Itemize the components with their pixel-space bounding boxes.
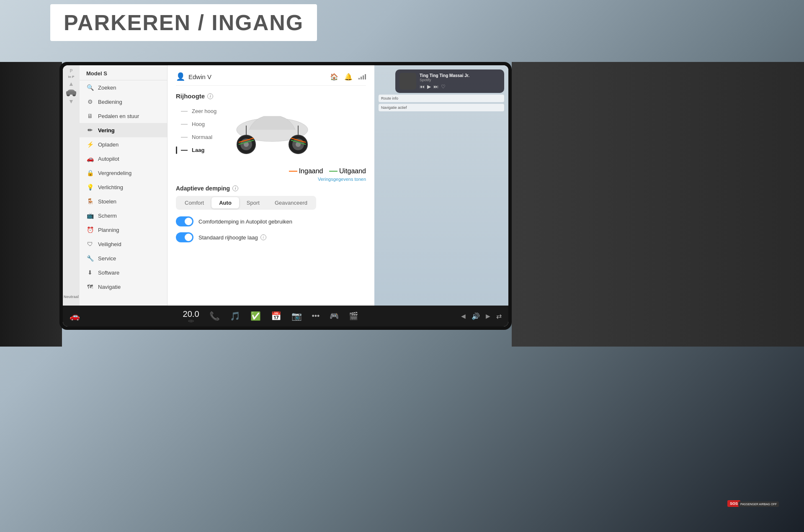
- sidebar-item-service[interactable]: 🔧 Service: [80, 251, 167, 265]
- calendar-icon-btn[interactable]: 📅: [271, 311, 281, 321]
- veiligheid-icon: 🛡: [86, 241, 94, 247]
- legend-out: Uitgaand: [329, 167, 366, 175]
- more-icon-btn[interactable]: •••: [312, 312, 320, 321]
- height-option-normaal[interactable]: Normaal: [176, 131, 226, 144]
- default-low-info-icon[interactable]: i: [260, 234, 266, 240]
- signal-bars: [358, 74, 366, 80]
- games-icon-btn[interactable]: 🎮: [330, 311, 339, 321]
- sidebar-item-bediening[interactable]: ⚙ Bediening: [80, 95, 167, 109]
- sidebar-item-zoeken[interactable]: 🔍 Zoeken: [80, 80, 167, 95]
- scherm-icon: 📺: [86, 212, 94, 219]
- sidebar-item-autopilot[interactable]: 🚗 Autopilot: [80, 152, 167, 166]
- height-dash-hoog: [181, 124, 188, 125]
- taskbar-car-btn[interactable]: 🚗: [70, 311, 80, 321]
- toggle-autopilot-comfort-switch[interactable]: [176, 216, 193, 226]
- music-like-btn[interactable]: ♡: [441, 84, 446, 90]
- signal-bar-3: [363, 75, 364, 80]
- gear-neutral: Neutraal: [64, 295, 79, 299]
- height-option-laag[interactable]: Laag: [176, 144, 226, 157]
- sidebar-label-veiligheid: Veiligheid: [98, 241, 121, 247]
- legend-out-label: Uitgaand: [339, 167, 366, 175]
- screen-content: P In P ▲ ▼ Neutraal Model S 🔍 Zoeken: [63, 65, 508, 326]
- vergrendeling-icon: 🔒: [86, 170, 94, 176]
- toggle-autopilot-comfort-label: Comfortdemping in Autopilot gebruiken: [198, 218, 292, 225]
- music-prev-btn[interactable]: ⏮: [420, 84, 425, 90]
- map-entry-1: Route info: [379, 95, 504, 102]
- height-option-hoog[interactable]: Hoog: [176, 118, 226, 131]
- sidebar-item-vering[interactable]: ✏ Vering: [80, 123, 167, 137]
- sidebar-item-opladen[interactable]: ⚡ Opladen: [80, 137, 167, 152]
- car-icon-side: [65, 89, 77, 96]
- height-label-zeer-hoog: Zeer hoog: [192, 108, 216, 114]
- sidebar-item-vergrendeling[interactable]: 🔒 Vergrendeling: [80, 166, 167, 180]
- vering-icon: ✏: [86, 127, 94, 134]
- user-header: 👤 Edwin V 🏠 🔔: [176, 72, 366, 86]
- sidebar-item-verlichting[interactable]: 💡 Verlichting: [80, 180, 167, 194]
- music-controls: ⏮ ▶ ⏭ ♡: [420, 84, 500, 90]
- sidebar-model-title: Model S: [80, 65, 167, 80]
- interior-left: [0, 62, 62, 347]
- toggle-default-low-label: Standaard rijhoogte laag i: [198, 234, 266, 241]
- show-data-link[interactable]: Veringsgegevens tonen: [176, 177, 366, 182]
- temp-unit: ◁ ▷: [188, 319, 194, 323]
- suspension-legend: Ingaand Uitgaand: [176, 166, 366, 175]
- sidebar-label-software: Software: [98, 270, 119, 276]
- bediening-icon: ⚙: [86, 98, 94, 105]
- adaptive-section: Adaptieve demping i Comfort Auto Sport G…: [176, 185, 366, 242]
- temperature-display: 20.0 ◁ ▷: [183, 309, 199, 323]
- parking-sign-text: PARKEREN / INGANG: [64, 10, 304, 35]
- sidebar-item-scherm[interactable]: 📺 Scherm: [80, 208, 167, 223]
- height-option-zeer-hoog[interactable]: Zeer hoog: [176, 105, 226, 118]
- music-next-btn[interactable]: ⏭: [433, 84, 438, 90]
- forward-icon-btn[interactable]: ▶: [486, 313, 490, 319]
- sidebar-item-stoelen[interactable]: 🪑 Stoelen: [80, 194, 167, 208]
- sidebar-label-pedalen: Pedalen en stuur: [98, 113, 139, 119]
- suspension-visual: [226, 105, 366, 159]
- signal-bar-1: [358, 78, 360, 80]
- music-subtitle: Spotify: [420, 78, 500, 82]
- height-dash-normaal: [181, 137, 188, 138]
- home-icon[interactable]: 🏠: [330, 73, 338, 81]
- mode-tab-geavanceerd[interactable]: Geavanceerd: [267, 197, 315, 208]
- toggle-autopilot-comfort: Comfortdemping in Autopilot gebruiken: [176, 216, 366, 226]
- check-icon-btn[interactable]: ✅: [250, 311, 261, 321]
- sidebar-item-navigatie[interactable]: 🗺 Navigatie: [80, 280, 167, 294]
- swap-icon-btn[interactable]: ⇄: [496, 312, 502, 320]
- mode-tab-sport[interactable]: Sport: [239, 197, 267, 208]
- bell-icon[interactable]: 🔔: [344, 73, 353, 81]
- gear-in-p: In P: [68, 75, 75, 79]
- ride-height-title: Rijhoogte i: [176, 93, 366, 100]
- mode-tab-auto[interactable]: Auto: [211, 197, 239, 208]
- passenger-airbag-text: PASSENGER AIRBAG OFF: [740, 503, 777, 506]
- toggle-default-low: Standaard rijhoogte laag i: [176, 232, 366, 242]
- music-play-btn[interactable]: ▶: [427, 84, 431, 90]
- spotify-icon-btn[interactable]: 🎵: [230, 311, 240, 321]
- mode-tab-comfort[interactable]: Comfort: [177, 197, 211, 208]
- camera-icon-btn[interactable]: 📷: [291, 311, 302, 321]
- phone-icon-btn[interactable]: 📞: [209, 311, 220, 321]
- ride-height-info-icon[interactable]: i: [207, 93, 213, 99]
- back-icon-btn[interactable]: ◀: [461, 313, 466, 319]
- sidebar-item-veiligheid[interactable]: 🛡 Veiligheid: [80, 237, 167, 251]
- volume-icon-btn[interactable]: 🔊: [472, 312, 480, 320]
- adaptive-info-icon[interactable]: i: [232, 185, 238, 191]
- header-icons: 🏠 🔔: [330, 73, 366, 81]
- main-settings-panel: 👤 Edwin V 🏠 🔔: [168, 65, 374, 306]
- music-card: Ting Ting Ting Massai Jr. Spotify ⏮ ▶ ⏭ …: [395, 69, 504, 93]
- sidebar-item-software[interactable]: ⬇ Software: [80, 265, 167, 280]
- sidebar-label-scherm: Scherm: [98, 213, 117, 219]
- sidebar-item-planning[interactable]: ⏰ Planning: [80, 223, 167, 237]
- screen-bezel: P In P ▲ ▼ Neutraal Model S 🔍 Zoeken: [59, 62, 512, 330]
- pedalen-icon: 🖥: [86, 113, 94, 119]
- sidebar-item-pedalen[interactable]: 🖥 Pedalen en stuur: [80, 109, 167, 123]
- planning-icon: ⏰: [86, 226, 94, 233]
- map-content: Route info Navigatie actief: [379, 95, 504, 113]
- map-background: Ting Ting Ting Massai Jr. Spotify ⏮ ▶ ⏭ …: [374, 65, 508, 306]
- taskbar-inner: 🚗 20.0 ◁ ▷ 📞 🎵 ✅ 📅 📷 ••• 🎮 🎬 ◀ 🔊 ▶ ⇄: [63, 306, 508, 326]
- parking-sign: PARKEREN / INGANG: [50, 4, 317, 41]
- sidebar-label-stoelen: Stoelen: [98, 198, 116, 205]
- sidebar-label-service: Service: [98, 255, 116, 262]
- toggle-default-low-switch[interactable]: [176, 232, 193, 242]
- media-icon-btn[interactable]: 🎬: [349, 311, 358, 321]
- signal-bar-2: [361, 77, 362, 80]
